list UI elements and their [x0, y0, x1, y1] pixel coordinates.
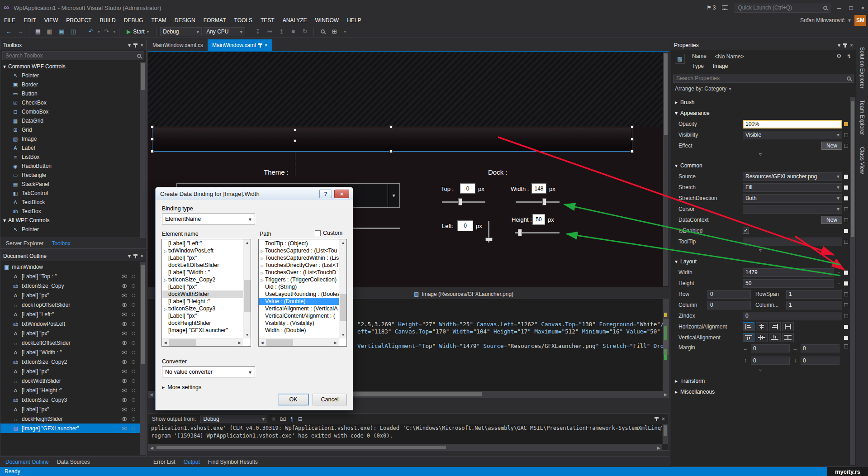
menu-item[interactable]: TEST [256, 15, 279, 25]
menu-item[interactable]: DESIGN [171, 15, 199, 25]
lock-icon[interactable] [132, 313, 135, 316]
cursor-dropdown[interactable] [743, 205, 842, 214]
eye-icon[interactable] [122, 427, 127, 430]
resize-handle[interactable] [151, 138, 154, 141]
step-out-button[interactable] [276, 28, 286, 35]
panel-tab[interactable]: Server Explorer [2, 238, 47, 248]
halign-center-button[interactable] [756, 322, 768, 331]
arrange-by-dropdown[interactable]: Arrange by: Category [675, 86, 731, 92]
eye-icon[interactable] [122, 370, 127, 373]
element-name-item[interactable]: txtWindowPosLeft [162, 247, 243, 254]
step-over-button[interactable] [265, 28, 275, 35]
scroll-right-arrow[interactable]: ▶ [236, 339, 243, 347]
zindex-input[interactable]: 0 [743, 312, 842, 320]
panel-tab[interactable]: Data Sources [53, 457, 94, 467]
rowspan-input[interactable]: 1 [786, 290, 842, 299]
panel-tab[interactable]: Output [180, 457, 204, 467]
resize-handle[interactable] [631, 125, 634, 129]
code-scrollbar[interactable] [663, 299, 669, 391]
save-button[interactable] [57, 28, 66, 35]
path-item[interactable]: Triggers : (TriggerCollection) [259, 276, 339, 283]
code-line[interactable]: VerticalAlignment="Top" Width="1479" Sou… [357, 343, 667, 349]
toolbox-item[interactable]: Image [0, 134, 140, 143]
lock-icon[interactable] [132, 370, 135, 373]
side-tab[interactable]: Solution Explorer [859, 47, 865, 88]
element-name-item[interactable]: [Label] "Left:" [162, 240, 243, 247]
ok-button[interactable]: OK [278, 394, 309, 405]
margin-top-input[interactable]: 0 [751, 357, 790, 365]
menu-item[interactable]: FORMAT [199, 15, 230, 25]
property-marker[interactable] [842, 144, 849, 148]
eye-icon[interactable] [122, 303, 127, 307]
wrench-icon[interactable] [836, 53, 841, 59]
toolbox-item[interactable]: CheckBox [0, 98, 140, 107]
more-settings-expander[interactable]: More settings [162, 384, 201, 390]
property-marker[interactable] [842, 325, 849, 329]
property-marker[interactable] [842, 229, 849, 233]
path-list[interactable]: ToolTip : (Object) TouchesCaptured : (Li… [258, 239, 347, 347]
eye-icon[interactable] [122, 322, 127, 326]
lock-icon[interactable] [132, 341, 135, 345]
path-item[interactable]: TouchesDirectlyOver : (List<T [259, 262, 339, 269]
find-icon[interactable] [321, 29, 325, 33]
menu-item[interactable]: WINDOW [311, 15, 343, 25]
property-marker[interactable] [842, 218, 849, 222]
scrollbar-thumb[interactable] [266, 339, 293, 346]
section-transform[interactable]: Transform [671, 376, 849, 386]
property-marker[interactable] [842, 175, 849, 179]
lock-icon[interactable] [132, 408, 135, 411]
element-name-list[interactable]: [Label] "Left:" txtWindowPosLeft [Label]… [161, 239, 251, 347]
slider-thumb[interactable] [542, 198, 546, 205]
lock-icon[interactable] [132, 275, 135, 278]
toolbox-header[interactable]: Toolbox [0, 40, 146, 50]
panel-tab[interactable]: Toolbox [48, 238, 74, 248]
toolbar-options-icon[interactable] [344, 29, 346, 34]
outline-item[interactable]: [Label] "px" [0, 328, 140, 338]
margin-right-input[interactable]: 0 [801, 344, 840, 352]
outline-item[interactable]: dockLeftOffsetSlider [0, 338, 140, 347]
slider-thumb[interactable] [485, 238, 493, 241]
property-marker[interactable] [842, 122, 849, 126]
width-input[interactable]: 1479 [743, 268, 834, 277]
custom-checkbox[interactable] [315, 230, 321, 236]
menu-item[interactable]: VIEW [40, 15, 62, 25]
toolbox-item[interactable]: Pointer [0, 225, 140, 234]
outline-item[interactable]: txtIconSize_Copy2 [0, 357, 140, 367]
visibility-dropdown[interactable]: Visible [743, 131, 842, 139]
path-item[interactable]: Value : (Double) [259, 298, 339, 305]
valign-center-button[interactable] [756, 333, 768, 342]
path-item[interactable]: Width : (Double) [259, 327, 339, 334]
path-item[interactable]: TouchesCapturedWithin : (Lis [259, 254, 339, 262]
output-horizontal-scrollbar[interactable]: ◀ ▶ [148, 444, 662, 450]
section-common[interactable]: Common [671, 160, 849, 171]
code-line[interactable]: "2.5,3.269" Height="27" Width="25" Canva… [357, 321, 667, 328]
binding-type-dropdown[interactable]: ElementName [162, 214, 255, 224]
toolbox-item[interactable]: Label [0, 143, 140, 152]
cancel-button[interactable]: Cancel [313, 394, 347, 405]
element-name-item[interactable]: dockWidthSlider [162, 290, 243, 298]
close-button[interactable] [861, 5, 864, 11]
toolbox-item[interactable]: ComboBox [0, 107, 140, 116]
scroll-right-arrow[interactable]: ▶ [332, 339, 339, 347]
scrollbar-thumb[interactable] [664, 53, 668, 135]
outline-item[interactable]: [Label] "px" [0, 405, 140, 414]
eye-icon[interactable] [122, 398, 127, 402]
outline-item[interactable]: [Label] "Left:" [0, 309, 140, 319]
close-icon[interactable] [662, 416, 665, 422]
toolbox-item[interactable]: Pointer [0, 71, 140, 80]
eye-icon[interactable] [122, 313, 127, 316]
scroll-down-arrow[interactable]: ▼ [243, 332, 251, 338]
element-name-item[interactable]: dockHeightSlider [162, 319, 243, 327]
solution-platform-dropdown[interactable]: Any CPU [204, 27, 245, 36]
scrollbar-thumb[interactable] [340, 294, 346, 321]
outline-item[interactable]: dockHeightSlider [0, 414, 140, 424]
document-outline-header[interactable]: Document Outline [0, 251, 146, 261]
eye-icon[interactable] [122, 294, 127, 297]
resize-handle[interactable] [151, 125, 154, 129]
toolbox-group-header[interactable]: All WPF Controls [0, 216, 140, 225]
scrollbar-thumb[interactable] [663, 319, 669, 355]
window-position-icon[interactable] [838, 42, 840, 48]
lock-icon[interactable] [132, 360, 135, 364]
lock-icon[interactable] [132, 351, 135, 354]
events-icon[interactable] [847, 53, 851, 59]
